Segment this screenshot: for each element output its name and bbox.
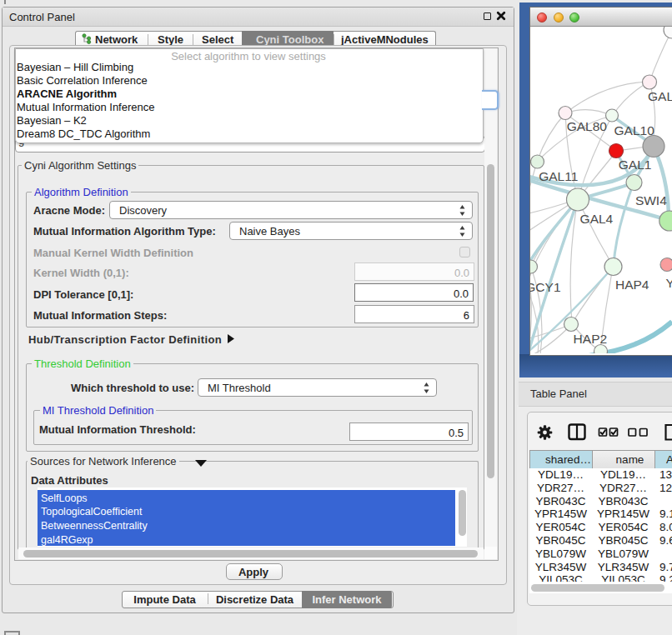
svg-text:HAP2: HAP2 <box>574 332 608 346</box>
svg-text:GAL11: GAL11 <box>539 169 578 183</box>
svg-text:GAL80: GAL80 <box>567 119 608 133</box>
svg-text:SWI4: SWI4 <box>635 193 667 208</box>
svg-text:YDR: YDR <box>666 276 672 290</box>
svg-text:GAL1: GAL1 <box>619 158 652 172</box>
svg-text:GAL10: GAL10 <box>614 123 655 138</box>
svg-text:HAP4: HAP4 <box>615 278 649 292</box>
svg-text:GAL4: GAL4 <box>580 212 614 226</box>
svg-text:GCY1: GCY1 <box>530 280 561 294</box>
svg-text:GAL2: GAL2 <box>648 89 672 103</box>
